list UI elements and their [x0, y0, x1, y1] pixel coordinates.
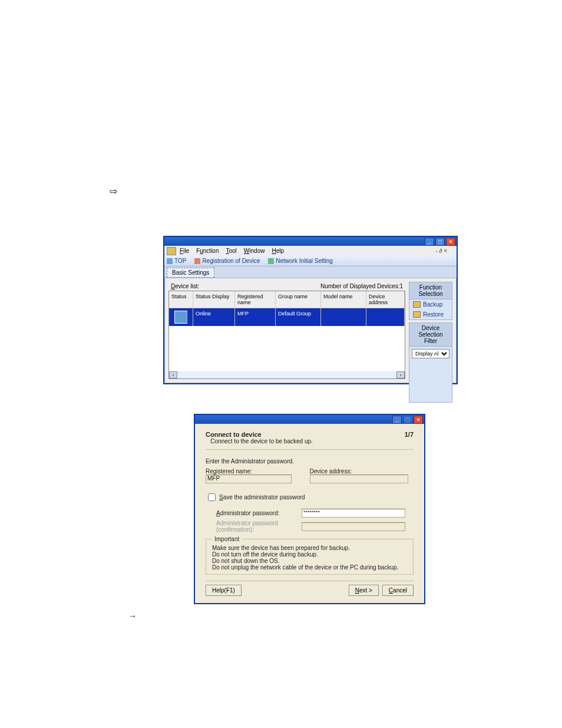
menu-function[interactable]: Function	[196, 248, 219, 254]
restore-link[interactable]: Restore	[409, 309, 452, 319]
toolbar: TOP Registration of Device Network Initi…	[164, 256, 457, 266]
app-window: _ □ × FFileile Function Tool Window Help…	[163, 236, 458, 384]
backup-icon	[413, 301, 421, 308]
close-icon[interactable]: ×	[446, 238, 455, 246]
admin-password-confirm-label: Administrator password (confirmation):	[216, 520, 302, 533]
tab-basic-settings[interactable]: Basic Settings	[167, 268, 214, 278]
enter-password-label: Enter the Administrator password.	[206, 458, 414, 465]
app-icon	[167, 247, 176, 255]
wizard-window: _ □ × Connect to device Connect to the d…	[194, 414, 425, 604]
menu-help[interactable]: Help	[272, 248, 284, 254]
device-grid[interactable]: Status Status Display Registered name Gr…	[168, 291, 405, 379]
scroll-right-icon[interactable]: ›	[396, 371, 405, 378]
col-device-address[interactable]: Device address	[366, 291, 405, 308]
maximize-icon: □	[403, 416, 412, 424]
menu-file[interactable]: FFileile	[180, 248, 189, 254]
admin-password-label: Administrator password:	[216, 510, 302, 516]
device-count: Number of Displayed Devices:1	[320, 283, 403, 289]
wizard-subtitle: Connect to the device to be backed up.	[210, 438, 312, 444]
step-indicator: 1/7	[405, 431, 414, 444]
warning-text: Do not unplug the network cable of the d…	[212, 564, 407, 571]
col-model-name[interactable]: Model name	[321, 291, 366, 308]
menu-window[interactable]: Window	[244, 248, 265, 254]
registered-name-field: MFP	[206, 475, 292, 483]
help-button[interactable]: Help(F1)	[206, 585, 242, 596]
titlebar: _ □ ×	[164, 237, 457, 246]
col-group-name[interactable]: Group name	[276, 291, 321, 308]
admin-password-confirm-input	[302, 522, 405, 531]
warning-text: Do not turn off the device during backup…	[212, 551, 407, 558]
col-status[interactable]: Status	[169, 291, 193, 308]
toolbar-net[interactable]: Network Initial Setting	[268, 258, 333, 264]
menu-tool[interactable]: Tool	[226, 248, 236, 254]
device-filter-header: Device Selection Filter	[409, 323, 452, 347]
scroll-left-icon[interactable]: ‹	[169, 371, 177, 378]
minimize-icon[interactable]: _	[392, 416, 402, 424]
cancel-button[interactable]: Cancel	[382, 585, 414, 596]
registered-name-label: Registered name:	[206, 468, 310, 475]
titlebar: _ □ ×	[195, 415, 424, 424]
save-password-label[interactable]: Save the administrator password	[219, 494, 305, 500]
save-password-checkbox[interactable]	[208, 493, 216, 501]
wizard-title: Connect to device	[206, 431, 262, 438]
function-selection-header: Function Selection	[409, 282, 452, 299]
warning-text: Make sure the device has been prepared f…	[212, 545, 407, 551]
close-icon[interactable]: ×	[414, 416, 423, 424]
device-status-icon	[174, 311, 187, 324]
device-address-label: Device address:	[310, 468, 414, 475]
mdi-buttons[interactable]: - ∂ ×	[435, 248, 447, 254]
next-button[interactable]: Next >	[349, 585, 379, 596]
backup-link[interactable]: Backup	[409, 299, 452, 309]
maximize-icon[interactable]: □	[435, 238, 445, 246]
restore-icon	[413, 311, 421, 318]
important-legend: Important	[212, 536, 242, 542]
arrow-icon: ⇨	[110, 186, 117, 197]
admin-password-input[interactable]: ********	[302, 509, 405, 518]
col-registered-name[interactable]: Registered name	[235, 291, 276, 308]
menubar: FFileile Function Tool Window Help - ∂ ×	[164, 246, 457, 256]
device-address-field	[310, 475, 408, 483]
filter-select[interactable]: Display All	[412, 349, 449, 358]
toolbar-top[interactable]: TOP	[167, 258, 186, 264]
arrow-icon: →	[128, 611, 137, 621]
table-row[interactable]: Online MFP Default Group	[169, 308, 405, 326]
device-list-label: Device list:	[171, 283, 199, 289]
h-scrollbar[interactable]: ‹ ›	[169, 371, 405, 378]
warning-text: Do not shut down the OS.	[212, 558, 407, 564]
col-status-display[interactable]: Status Display	[193, 291, 235, 308]
minimize-icon[interactable]: _	[425, 238, 434, 246]
toolbar-reg[interactable]: Registration of Device	[194, 258, 260, 264]
